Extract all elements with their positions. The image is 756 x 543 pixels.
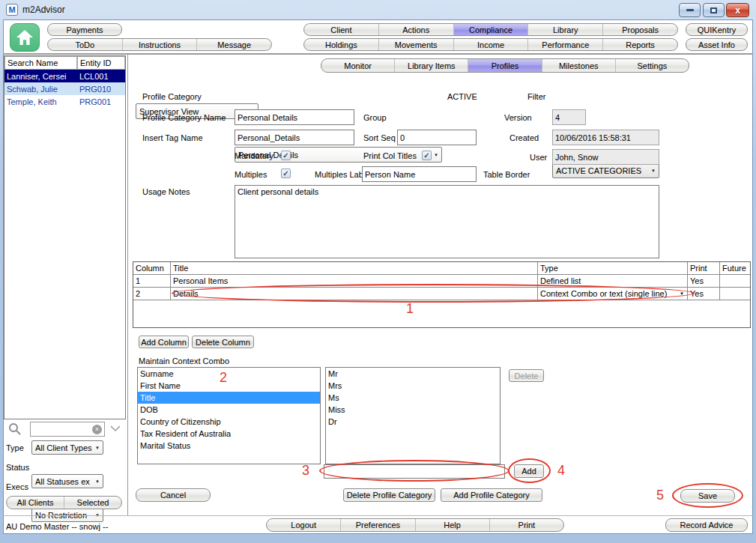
list-item[interactable]: Mrs <box>326 380 500 392</box>
user-label: User <box>530 149 547 165</box>
list-item[interactable]: Mr <box>326 368 500 380</box>
dropdown-arrow-icon: ▼ <box>651 169 656 173</box>
sort-seq-field[interactable] <box>397 130 477 145</box>
column-header[interactable]: Column <box>133 262 171 274</box>
tab-profiles[interactable]: Profiles <box>468 59 541 72</box>
client-button[interactable]: Client <box>304 24 378 35</box>
compliance-button[interactable]: Compliance <box>453 24 528 35</box>
list-item[interactable]: Dr <box>326 416 500 428</box>
title-header[interactable]: Title <box>171 262 538 274</box>
quikentry-button[interactable]: QUIKentry <box>686 23 748 36</box>
profile-category-name-field[interactable] <box>235 109 354 125</box>
cell-column: 2 <box>133 288 171 300</box>
list-item[interactable]: Surname <box>138 368 320 380</box>
add-column-button[interactable]: Add Column <box>139 336 189 348</box>
help-button[interactable]: Help <box>415 519 489 531</box>
sidebar-divider <box>127 55 128 515</box>
window-title: m2Advisor <box>22 4 65 15</box>
multiples-label-field[interactable] <box>362 166 477 182</box>
print-button[interactable]: Print <box>489 519 563 531</box>
print-header[interactable]: Print <box>688 262 720 274</box>
holdings-button[interactable]: Holdings <box>304 39 378 50</box>
list-item-selected[interactable]: Title <box>138 392 320 404</box>
minimize-button[interactable] <box>679 3 701 17</box>
entity-id-column-header[interactable]: Entity ID <box>77 56 125 70</box>
income-button[interactable]: Income <box>453 39 528 50</box>
tab-milestones[interactable]: Milestones <box>542 59 615 72</box>
client-list: Search Name Entity ID Lanniser, Cersei L… <box>4 55 126 419</box>
client-row-selected[interactable]: Lanniser, Cersei LCL001 <box>4 70 125 82</box>
list-item[interactable]: Marital Status <box>138 440 320 452</box>
active-badge: ACTIVE <box>447 88 477 104</box>
record-advice-button[interactable]: Record Advice <box>665 518 748 532</box>
type-header[interactable]: Type <box>538 262 688 274</box>
cell-type-dropdown[interactable]: Context Combo or text (single line) ▼ <box>538 288 688 300</box>
logout-button[interactable]: Logout <box>267 519 340 531</box>
new-value-field[interactable] <box>324 464 505 479</box>
delete-profile-category-button[interactable]: Delete Profile Category <box>343 488 435 502</box>
clear-search-icon[interactable]: × <box>92 425 102 434</box>
status-filter-label: Status <box>6 460 29 474</box>
reports-button[interactable]: Reports <box>602 39 677 50</box>
list-item[interactable]: Ms <box>326 392 500 404</box>
instructions-button[interactable]: Instructions <box>122 39 197 50</box>
todo-button[interactable]: ToDo <box>48 39 122 50</box>
client-list-header: Search Name Entity ID <box>4 56 125 70</box>
movements-button[interactable]: Movements <box>378 39 453 50</box>
performance-button[interactable]: Performance <box>527 39 602 50</box>
table-row[interactable]: 2 Details Context Combo or text (single … <box>133 288 750 300</box>
tab-settings[interactable]: Settings <box>615 59 689 72</box>
print-col-titles-checkbox[interactable]: ✓ <box>422 151 432 160</box>
client-search-field[interactable]: × <box>30 422 105 437</box>
app-icon: M <box>6 4 18 16</box>
close-button[interactable]: x <box>726 3 749 17</box>
future-header[interactable]: Future <box>720 262 750 274</box>
type-filter-dropdown[interactable]: All Client Types ▼ <box>31 440 103 455</box>
client-entity-id: PRG010 <box>77 85 125 94</box>
status-filter-dropdown[interactable]: All Statuses ex ▼ <box>31 474 103 488</box>
filter-dropdown[interactable]: ACTIVE CATEGORIES ▼ <box>552 163 659 178</box>
insert-tag-name-label: Insert Tag Name <box>142 130 203 145</box>
selected-clients-button[interactable]: Selected <box>64 497 121 509</box>
list-item[interactable]: Miss <box>326 404 500 416</box>
list-item[interactable]: Country of Citizenship <box>138 416 320 428</box>
actions-button[interactable]: Actions <box>378 24 453 35</box>
delete-column-button[interactable]: Delete Column <box>192 336 254 348</box>
chevron-down-icon[interactable] <box>110 425 121 432</box>
proposals-button[interactable]: Proposals <box>602 24 677 35</box>
client-row[interactable]: Schwab, Julie PRG010 <box>4 82 125 95</box>
library-button[interactable]: Library <box>527 24 602 35</box>
save-button[interactable]: Save <box>680 489 735 503</box>
nav-group-right-row2: Holdings Movements Income Performance Re… <box>303 38 678 51</box>
columns-table-header: Column Title Type Print Future <box>133 262 750 275</box>
search-name-column-header[interactable]: Search Name <box>4 56 77 70</box>
usage-notes-field[interactable] <box>235 185 659 258</box>
execs-filter-label: Execs <box>6 479 28 494</box>
insert-tag-name-field[interactable] <box>235 130 354 145</box>
list-item[interactable]: DOB <box>138 404 320 416</box>
delete-value-button[interactable]: Delete <box>509 369 544 382</box>
asset-info-button[interactable]: Asset Info <box>686 38 748 51</box>
add-value-button[interactable]: Add <box>514 464 544 478</box>
home-button[interactable] <box>10 23 40 52</box>
maximize-button[interactable] <box>703 3 725 17</box>
mandatory-checkbox[interactable]: ✓ <box>281 151 291 160</box>
preferences-button[interactable]: Preferences <box>340 519 414 531</box>
cell-print: Yes <box>688 275 720 287</box>
list-item[interactable]: First Name <box>138 380 320 392</box>
list-item[interactable]: Tax Resident of Australia <box>138 428 320 440</box>
tab-monitor[interactable]: Monitor <box>321 59 394 72</box>
tab-library-items[interactable]: Library Items <box>394 59 468 72</box>
filter-label: Filter <box>527 88 545 104</box>
payments-button[interactable]: Payments <box>47 23 122 36</box>
add-profile-category-button[interactable]: Add Profile Category <box>441 488 542 502</box>
all-clients-button[interactable]: All Clients <box>7 497 64 509</box>
cancel-button[interactable]: Cancel <box>136 488 211 502</box>
annotation-number-4: 4 <box>557 463 565 479</box>
cell-print: Yes <box>688 288 720 300</box>
table-row[interactable]: 1 Personal Items Defined list Yes <box>133 275 750 288</box>
client-row[interactable]: Temple, Keith PRG001 <box>4 95 125 108</box>
message-button[interactable]: Message <box>196 39 271 50</box>
annotation-number-5: 5 <box>656 488 664 503</box>
multiples-checkbox[interactable]: ✓ <box>281 169 291 178</box>
